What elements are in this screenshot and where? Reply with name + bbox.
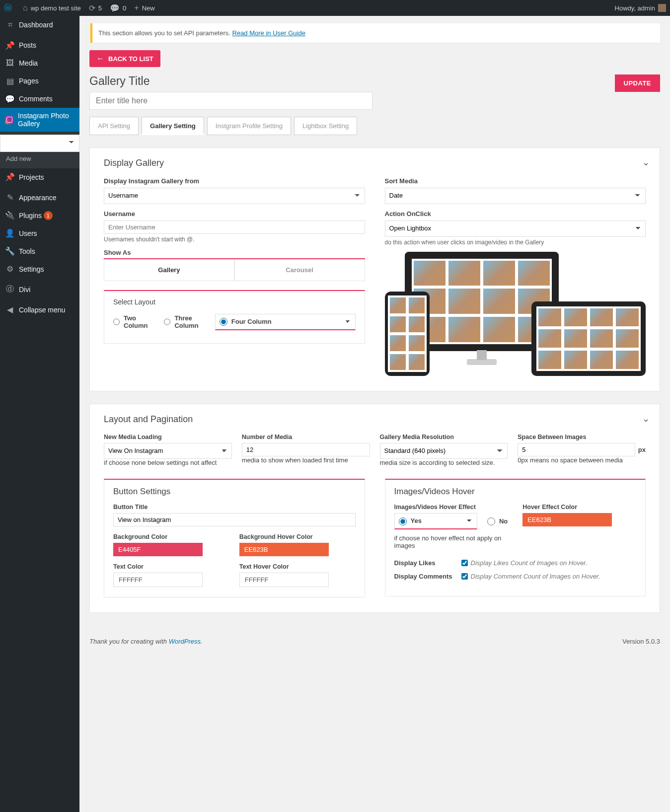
bg-hover-swatch[interactable]: EE623B — [239, 543, 329, 556]
menu-appearance[interactable]: ✎Appearance — [0, 189, 79, 207]
comments-link[interactable]: 💬0 — [106, 0, 130, 16]
tab-profile[interactable]: Instgram Profile Setting — [207, 117, 291, 135]
wrench-icon: 🔧 — [5, 246, 15, 256]
username-input[interactable] — [104, 221, 365, 234]
layout-box: Select Layout Two Column Three Column Fo… — [104, 290, 365, 344]
pin-icon: 📌 — [5, 172, 15, 182]
text-hover-swatch[interactable]: FFFFFF — [239, 573, 329, 587]
display-likes-label: Display Likes — [394, 559, 461, 567]
action-help: do this action when user clicks on image… — [385, 239, 646, 246]
menu-dashboard[interactable]: ⌗Dashboard — [0, 16, 79, 34]
wordpress-icon: ⓦ — [4, 3, 12, 13]
update-button[interactable]: UPDATE — [615, 74, 660, 92]
hover-color-swatch[interactable]: EE623B — [522, 513, 612, 526]
submenu-gallery[interactable]: Gallery — [0, 135, 79, 152]
howdy-link[interactable]: Howdy, admin — [611, 0, 670, 16]
plugin-update-badge: 1 — [44, 211, 53, 220]
notice-banner: This section allows you to set API param… — [90, 23, 660, 43]
footer: Thank you for creating with WordPress. V… — [89, 638, 660, 645]
menu-pages[interactable]: ▤Pages — [0, 72, 79, 90]
layout-three-option[interactable]: Three Column — [164, 314, 200, 330]
text-color-swatch[interactable]: FFFFFF — [113, 573, 203, 587]
from-select[interactable]: Username — [104, 188, 365, 204]
updates-link[interactable]: ⟳5 — [85, 0, 106, 16]
showas-carousel-tab[interactable]: Carousel — [234, 259, 365, 281]
plus-icon: + — [134, 3, 139, 12]
hover-yes-option[interactable]: Yes — [394, 513, 477, 529]
settings-tabs: API Setting Gallery Setting Instgram Pro… — [89, 117, 660, 135]
menu-instagram-gallery[interactable]: Instagram Photo Gallery — [0, 108, 79, 132]
avatar-icon — [658, 4, 666, 12]
menu-posts[interactable]: 📌Posts — [0, 36, 79, 54]
sliders-icon: ⚙ — [5, 264, 15, 274]
showas-gallery-tab[interactable]: Gallery — [104, 259, 234, 281]
menu-comments[interactable]: 💬Comments — [0, 90, 79, 108]
new-media-label: New Media Loading — [104, 434, 232, 441]
button-settings-panel: Button Settings Button Title Background … — [104, 479, 365, 597]
collapse-icon: ◀ — [5, 305, 15, 315]
layout-three-radio[interactable] — [164, 318, 170, 326]
updates-count: 5 — [98, 4, 102, 12]
wp-logo-link[interactable]: ⓦ — [0, 0, 19, 16]
hover-settings-panel: Images/Videos Hover Images/Videos Hover … — [385, 479, 646, 596]
main-content: This section allows you to set API param… — [79, 16, 670, 665]
back-to-list-button[interactable]: ← BACK TO LIST — [89, 50, 160, 67]
from-label: Display Instagram Gallery from — [104, 177, 365, 185]
menu-tools[interactable]: 🔧Tools — [0, 242, 79, 260]
notice-link[interactable]: Read More in User Guide — [232, 29, 305, 37]
num-media-input[interactable] — [242, 443, 370, 456]
action-select[interactable]: Open Lightbox — [385, 221, 646, 237]
showas-label: Show As — [104, 249, 365, 256]
layout-two-option[interactable]: Two Column — [113, 314, 149, 330]
display-comments-desc: Display Comment Count of Images on Hover… — [471, 573, 600, 580]
panel-toggle-icon[interactable]: ⌄ — [642, 157, 650, 168]
sort-label: Sort Media — [385, 177, 646, 185]
hover-no-radio[interactable] — [487, 517, 495, 525]
tab-api[interactable]: API Setting — [89, 117, 139, 135]
num-media-help: media to show when loaded first time — [242, 456, 370, 464]
menu-settings[interactable]: ⚙Settings — [0, 260, 79, 278]
menu-divi[interactable]: ⓓDivi — [0, 281, 79, 298]
menu-projects[interactable]: 📌Projects — [0, 168, 79, 186]
menu-media[interactable]: 🖼Media — [0, 54, 79, 72]
footer-wp-link[interactable]: WordPress — [169, 638, 201, 645]
display-comments-checkbox[interactable] — [461, 573, 468, 580]
display-likes-desc: Display Likes Count of Images on Hover. — [471, 559, 588, 567]
menu-collapse[interactable]: ◀Collapse menu — [0, 301, 79, 319]
hover-no-option[interactable]: No — [487, 513, 508, 529]
layout-four-radio[interactable] — [220, 318, 227, 326]
username-help: Usernames shouldn't start with @. — [104, 236, 365, 243]
display-gallery-heading: Display Gallery — [104, 158, 646, 168]
menu-users[interactable]: 👤Users — [0, 224, 79, 242]
new-media-select[interactable]: View On Instagram — [104, 443, 232, 459]
hover-yes-radio[interactable] — [399, 517, 407, 525]
arrow-left-icon: ← — [96, 54, 104, 63]
layout-two-radio[interactable] — [113, 318, 120, 326]
gallery-title-input[interactable] — [89, 92, 372, 110]
submenu-addnew[interactable]: Add new — [0, 152, 79, 165]
tab-gallery[interactable]: Gallery Setting — [142, 117, 204, 135]
sort-select[interactable]: Date — [385, 188, 646, 204]
page-title: Gallery Title — [89, 74, 372, 88]
home-icon: ⌂ — [23, 3, 28, 12]
showas-tabs: Gallery Carousel — [104, 258, 365, 281]
brush-icon: ✎ — [5, 193, 15, 203]
bg-color-swatch[interactable]: E4405F — [113, 543, 203, 556]
menu-plugins[interactable]: 🔌Plugins1 — [0, 207, 79, 224]
resolution-select[interactable]: Standard (640 pixels) — [380, 443, 508, 459]
display-likes-checkbox[interactable] — [461, 560, 468, 566]
new-link[interactable]: +New — [130, 0, 158, 16]
btn-title-input[interactable] — [113, 513, 356, 526]
panel-toggle-icon[interactable]: ⌄ — [642, 413, 650, 424]
media-icon: 🖼 — [5, 58, 15, 68]
display-gallery-panel: ⌄ Display Gallery Display Instagram Gall… — [89, 148, 660, 391]
bg-hover-label: Background Hover Color — [239, 533, 356, 540]
site-name-link[interactable]: ⌂wp demo test site — [19, 0, 85, 16]
space-input[interactable] — [518, 443, 635, 456]
comment-icon: 💬 — [5, 94, 15, 104]
resolution-help: media size is according to selected size… — [380, 459, 508, 466]
tab-lightbox[interactable]: Lightbox Setting — [294, 117, 357, 135]
dashboard-icon: ⌗ — [5, 20, 15, 30]
layout-four-option[interactable]: Four Column — [215, 314, 356, 330]
admin-sidebar: ⌗Dashboard 📌Posts 🖼Media ▤Pages 💬Comment… — [0, 16, 79, 665]
